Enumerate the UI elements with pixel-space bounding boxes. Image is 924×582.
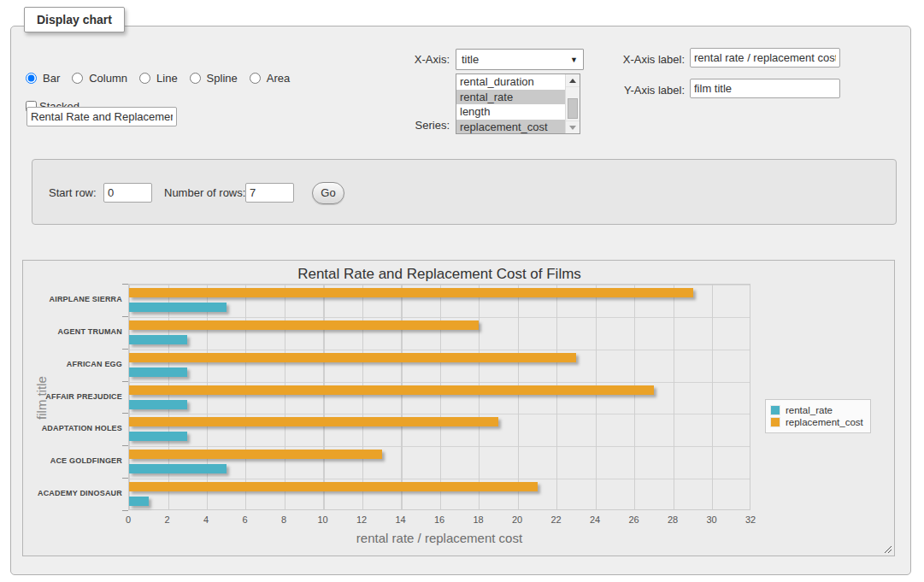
go-button[interactable]: Go: [312, 182, 344, 204]
y-axis-tick: [122, 510, 128, 511]
x-tick-label: 30: [695, 514, 729, 525]
y-category-label: AFRICAN EGG: [23, 349, 122, 381]
series-select-label: Series:: [353, 119, 450, 132]
y-category-label: ADAPTATION HOLES: [23, 413, 122, 445]
x-tick-label: 32: [733, 514, 768, 525]
series-options: rental_durationrental_ratelengthreplacem…: [456, 74, 565, 133]
scroll-down-icon[interactable]: [566, 121, 580, 133]
legend-label: replacement_cost: [786, 417, 863, 427]
bar-replacement_cost: [129, 482, 538, 491]
chart-type-radio-bar[interactable]: [26, 73, 37, 84]
x-tick-label: 26: [617, 514, 651, 525]
x-axis-select[interactable]: title ▼: [456, 49, 584, 70]
bar-replacement_cost: [129, 288, 693, 297]
y-category-label: AIRPLANE SIERRA: [23, 284, 122, 316]
y-axis-tick: [122, 445, 128, 446]
x-tick-label: 20: [500, 514, 534, 525]
bar-replacement_cost: [129, 385, 654, 395]
y-category-label: ACADEMY DINOSAUR: [23, 478, 122, 510]
y-axis-tick: [122, 316, 128, 317]
chart-type-label-line: Line: [156, 72, 178, 85]
y-axis-label-input[interactable]: [690, 79, 840, 98]
chart-type-label-spline: Spline: [207, 72, 238, 85]
chart-panel: Rental Rate and Replacement Cost of Film…: [22, 260, 895, 556]
y-axis-tick: [122, 413, 128, 414]
legend-label: rental_rate: [786, 405, 833, 415]
chart-type-radio-spline[interactable]: [190, 73, 201, 84]
display-chart-fieldset: BarColumnLineSplineArea Stacked X-Axis: …: [10, 26, 911, 575]
chart-type-radio-area[interactable]: [250, 73, 261, 84]
x-tick-label: 6: [228, 514, 262, 525]
chart-type-label-bar: Bar: [43, 72, 60, 85]
x-axis-selected-value: title: [462, 53, 570, 66]
x-tick-label: 12: [344, 514, 379, 525]
series-option-rental_duration[interactable]: rental_duration: [456, 74, 565, 90]
scrollbar-thumb[interactable]: [568, 98, 578, 119]
bar-rental_rate: [129, 400, 187, 409]
x-tick-label: 22: [539, 514, 574, 525]
chart-type-radio-column[interactable]: [72, 73, 83, 84]
y-axis-tick: [122, 478, 128, 479]
display-chart-legend: Display chart: [24, 7, 125, 32]
x-axis-label-caption: X-Axis label:: [567, 53, 685, 66]
y-category-label: AFFAIR PREJUDICE: [23, 381, 122, 414]
x-tick-label: 2: [150, 514, 185, 525]
chart-legend: rental_ratereplacement_cost: [765, 399, 871, 433]
bar-rental_rate: [129, 464, 227, 473]
series-option-replacement_cost[interactable]: replacement_cost: [456, 120, 565, 134]
y-axis-label-caption: Y-Axis label:: [567, 84, 685, 97]
bar-rental_rate: [129, 303, 227, 312]
bar-replacement_cost: [129, 353, 576, 362]
chart-type-radio-group: BarColumnLineSplineArea: [26, 72, 298, 85]
y-category-label: AGENT TRUMAN: [23, 316, 122, 349]
chart-x-axis-title: rental rate / replacement cost: [128, 531, 750, 545]
legend-entry-replacement_cost: replacement_cost: [770, 417, 863, 427]
plot-area: [128, 284, 750, 510]
chart-type-label-column: Column: [89, 72, 127, 85]
x-axis-select-label: X-Axis:: [353, 53, 450, 66]
num-rows-input[interactable]: [245, 183, 294, 203]
legend-swatch-icon: [770, 417, 780, 427]
start-row-input[interactable]: [103, 183, 152, 203]
x-tick-label: 8: [267, 514, 301, 525]
x-tick-label: 10: [306, 514, 340, 525]
x-tick-label: 28: [656, 514, 690, 525]
resize-grip-icon[interactable]: [883, 544, 892, 553]
num-rows-label: Number of rows:: [164, 186, 245, 199]
y-category-label: ACE GOLDFINGER: [23, 445, 122, 478]
x-tick-label: 18: [462, 514, 496, 525]
x-axis-label-input[interactable]: [690, 48, 840, 68]
start-row-label: Start row:: [49, 186, 97, 199]
legend-entry-rental_rate: rental_rate: [770, 405, 863, 415]
chart-type-label-area: Area: [267, 72, 290, 85]
x-tick-label: 16: [422, 514, 456, 525]
series-option-rental_rate[interactable]: rental_rate: [456, 90, 565, 105]
bar-rental_rate: [129, 367, 187, 377]
x-tick-label: 24: [578, 514, 612, 525]
x-tick-label: 4: [189, 514, 223, 525]
y-axis-tick: [122, 349, 128, 350]
x-tick-label: 0: [111, 514, 145, 525]
series-listbox[interactable]: rental_durationrental_ratelengthreplacem…: [456, 73, 580, 134]
bar-rental_rate: [129, 497, 149, 506]
bar-rental_rate: [129, 432, 187, 441]
chart-title-input[interactable]: [26, 107, 177, 126]
chart-type-radio-line[interactable]: [139, 73, 150, 84]
x-tick-label: 14: [384, 514, 418, 525]
bar-replacement_cost: [129, 320, 479, 330]
y-axis-tick: [122, 381, 128, 382]
chart-title: Rental Rate and Replacement Cost of Film…: [128, 266, 750, 283]
series-option-length[interactable]: length: [456, 104, 565, 120]
bar-replacement_cost: [129, 450, 382, 459]
legend-swatch-icon: [770, 405, 780, 415]
row-range-panel: Start row: Number of rows: Go: [32, 159, 897, 225]
bar-replacement_cost: [129, 417, 498, 426]
y-axis-tick: [122, 284, 128, 285]
bar-rental_rate: [129, 335, 187, 344]
